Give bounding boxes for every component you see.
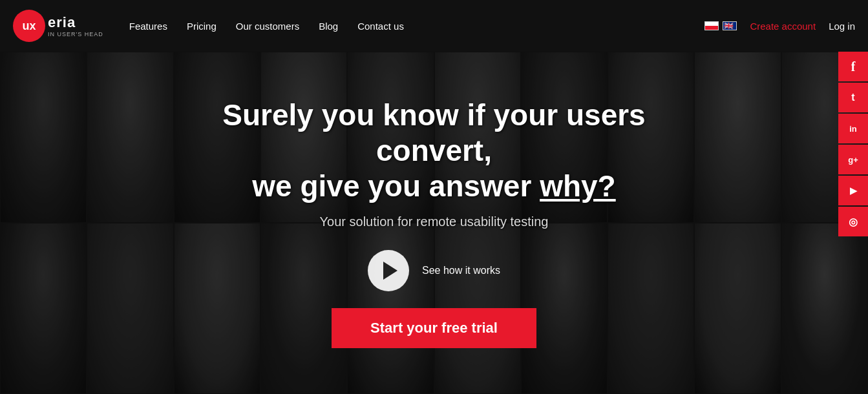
headline-part2: we give you answer bbox=[252, 169, 540, 203]
play-icon bbox=[383, 262, 397, 280]
linkedin-button[interactable]: in bbox=[838, 114, 868, 143]
nav-right: Create account Log in bbox=[704, 21, 855, 32]
linkedin-icon: in bbox=[849, 124, 857, 134]
instagram-icon: ◎ bbox=[849, 216, 858, 228]
headline-line1: Surely you know if your users convert, bbox=[222, 98, 645, 167]
hero-headline: Surely you know if your users convert, w… bbox=[176, 98, 693, 205]
hero-content: Surely you know if your users convert, w… bbox=[0, 52, 868, 394]
nav-features[interactable]: Features bbox=[129, 21, 167, 32]
googleplus-icon: g+ bbox=[848, 155, 858, 165]
see-how-text: See how it works bbox=[422, 265, 500, 276]
facebook-icon: f bbox=[851, 59, 856, 74]
navbar: ux eria IN USER'S HEAD Features Pricing … bbox=[0, 0, 868, 52]
nav-links: Features Pricing Our customers Blog Cont… bbox=[129, 21, 705, 32]
logo[interactable]: ux eria IN USER'S HEAD bbox=[13, 10, 103, 42]
start-trial-button[interactable]: Start your free trial bbox=[332, 308, 536, 348]
play-button[interactable] bbox=[368, 250, 409, 291]
logo-tagline: IN USER'S HEAD bbox=[48, 31, 103, 37]
googleplus-button[interactable]: g+ bbox=[838, 145, 868, 174]
nav-flags bbox=[704, 21, 737, 30]
logo-text: eria IN USER'S HEAD bbox=[48, 14, 103, 37]
social-sidebar: f t in g+ ▶ ◎ bbox=[838, 52, 868, 236]
headline-why: why? bbox=[540, 169, 616, 203]
flag-polish[interactable] bbox=[704, 21, 719, 30]
nav-blog[interactable]: Blog bbox=[319, 21, 338, 32]
create-account-link[interactable]: Create account bbox=[750, 21, 816, 32]
hero-cta-row: See how it works bbox=[368, 250, 500, 291]
logo-ux: ux bbox=[22, 19, 36, 33]
nav-customers[interactable]: Our customers bbox=[236, 21, 299, 32]
logo-brand-text: eria bbox=[48, 14, 76, 30]
logo-brand: eria bbox=[48, 14, 103, 31]
instagram-button[interactable]: ◎ bbox=[838, 207, 868, 236]
hero-subheadline: Your solution for remote usability testi… bbox=[320, 214, 549, 229]
nav-contact[interactable]: Contact us bbox=[357, 21, 404, 32]
nav-pricing[interactable]: Pricing bbox=[187, 21, 217, 32]
twitter-icon: t bbox=[851, 92, 854, 103]
logo-circle: ux bbox=[13, 10, 45, 42]
youtube-icon: ▶ bbox=[850, 185, 857, 196]
flag-english[interactable] bbox=[723, 21, 737, 30]
youtube-button[interactable]: ▶ bbox=[838, 176, 868, 205]
login-link[interactable]: Log in bbox=[829, 21, 855, 32]
facebook-button[interactable]: f bbox=[838, 52, 868, 81]
twitter-button[interactable]: t bbox=[838, 83, 868, 112]
headline-line2: we give you answer why? bbox=[252, 169, 615, 203]
